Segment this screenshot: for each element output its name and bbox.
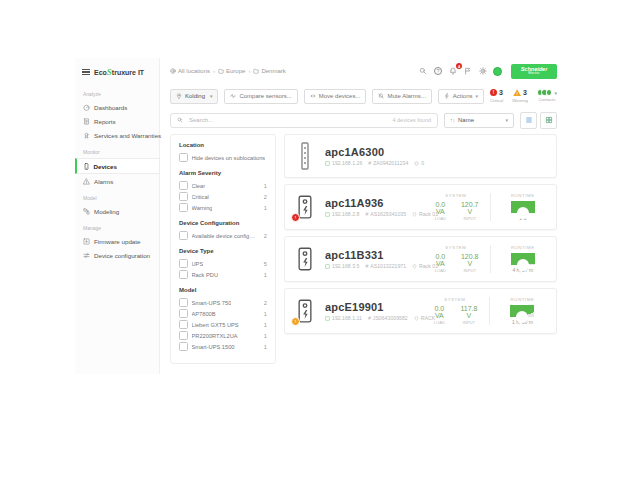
sidebar-item-firmware-update[interactable]: Firmware update xyxy=(75,234,159,248)
checkbox[interactable] xyxy=(179,298,188,307)
sidebar-item-devices[interactable]: Devices xyxy=(75,158,160,174)
sidebar-item-label: Devices xyxy=(94,163,117,170)
user-avatar[interactable] xyxy=(493,67,502,76)
filter-group-alarm-severity: Alarm Severity Clear1 Critical2 Warning1 xyxy=(179,170,267,213)
device-name: apc11A936 xyxy=(325,197,431,209)
checkbox[interactable] xyxy=(179,259,188,268)
filter-option-label: Smart-UPS 750 xyxy=(192,300,232,306)
network-icon xyxy=(325,264,330,269)
checkbox[interactable] xyxy=(179,181,188,190)
list-view-toggle[interactable] xyxy=(520,112,537,129)
sidebar-item-device-configuration[interactable]: Device configuration xyxy=(75,248,159,262)
checkbox[interactable] xyxy=(179,203,188,212)
device-card-apcE19901[interactable]: ! apcE19901 192.168.1.11 #JS0643009582 R… xyxy=(284,288,557,334)
checkbox[interactable] xyxy=(179,231,188,240)
device-location: 0 xyxy=(421,160,424,166)
device-name: apc1A6300 xyxy=(325,146,424,158)
services-icon xyxy=(83,132,90,139)
contacts-status[interactable]: ▾ Contacts xyxy=(537,89,557,102)
checkbox[interactable] xyxy=(179,153,188,162)
breadcrumb-all-locations[interactable]: All locations xyxy=(170,68,210,74)
filter-option[interactable]: Smart-UPS 7502 xyxy=(179,297,267,308)
rack-pdu-icon xyxy=(295,142,315,170)
device-info: apcE19901 192.168.1.11 #JS0643009582 RAC… xyxy=(325,301,430,322)
breadcrumb-europe[interactable]: Europe xyxy=(218,68,245,74)
checkbox[interactable] xyxy=(179,342,188,351)
filter-option[interactable]: Critical2 xyxy=(179,191,267,202)
sidebar-item-services-warranties[interactable]: Services and Warranties xyxy=(75,128,159,142)
toolbar: Kolding ▾ Compare sensors... Move device… xyxy=(170,84,557,108)
network-icon xyxy=(325,212,330,217)
filter-option[interactable]: AP7800B1 xyxy=(179,308,267,319)
location-select[interactable]: Kolding ▾ xyxy=(170,89,218,104)
schneider-electric-logo[interactable]: Schneider Electric xyxy=(511,64,557,79)
input-metric: 120.8 VINPUT xyxy=(459,253,481,274)
compare-sensors-button[interactable]: Compare sensors... xyxy=(224,89,297,104)
filter-option[interactable]: Hide devices on sublocations xyxy=(179,152,267,163)
filter-option[interactable]: UPS5 xyxy=(179,258,267,269)
checkbox[interactable] xyxy=(179,331,188,340)
filter-option-label: Warning xyxy=(192,205,213,211)
search-icon[interactable] xyxy=(418,66,428,76)
sidebar-item-reports[interactable]: Reports xyxy=(75,114,159,128)
runtime-panel: RUNTIME 1 h, 50 m xyxy=(499,297,546,325)
filter-option[interactable]: Smart-UPS 15001 xyxy=(179,341,267,352)
notifications-bell-icon[interactable]: 4 xyxy=(448,66,458,76)
logo-rest: truxure IT xyxy=(112,69,144,76)
device-card-apc11A936[interactable]: ! apc11A936 192.168.2.8 #AS1629341035 Ra… xyxy=(284,184,557,230)
ip-meta: 192.168.2.8 xyxy=(325,211,359,217)
breadcrumb-separator: › xyxy=(213,68,215,74)
filter-option[interactable]: Rack PDU1 xyxy=(179,269,267,280)
input-value: 120.7 V xyxy=(459,201,481,215)
system-panel: SYSTEM 0.0 VALOAD 120.8 VINPUT xyxy=(431,245,481,274)
serial-meta: #AS1013221971 xyxy=(365,263,406,269)
filter-option-count: 1 xyxy=(261,322,267,328)
critical-status[interactable]: ! 3 Critical xyxy=(490,89,503,103)
device-card-apc11B331[interactable]: apc11B331 192.168.3.5 #AS1013221971 Rack… xyxy=(284,236,557,282)
sidebar-item-label: Reports xyxy=(94,118,116,125)
critical-count: 3 xyxy=(499,89,503,96)
runtime-panel-title: RUNTIME xyxy=(511,245,535,250)
checkbox[interactable] xyxy=(179,320,188,329)
filter-option[interactable]: PR2200RTXL2UA1 xyxy=(179,330,267,341)
ip-meta: 192.168.1.26 xyxy=(325,160,362,166)
card-view-toggle[interactable] xyxy=(540,112,557,129)
filter-group-device-type: Device Type UPS5 Rack PDU1 xyxy=(179,248,267,280)
sidebar-item-label: Dashboards xyxy=(94,104,127,111)
filter-option-count: 1 xyxy=(261,272,267,278)
settings-gear-icon[interactable] xyxy=(478,66,488,76)
filter-option-count: 1 xyxy=(261,344,267,350)
mute-alarms-button[interactable]: Mute Alarms... xyxy=(372,89,431,104)
load-metric: 0.0 VALOAD xyxy=(430,305,449,326)
system-panel-title: SYSTEM xyxy=(430,297,480,302)
load-value: 0.0 VA xyxy=(431,253,450,267)
feedback-flag-icon[interactable] xyxy=(463,66,473,76)
runtime-panel: RUNTIME 1 d xyxy=(500,193,546,221)
filter-option[interactable]: Warning1 xyxy=(179,202,267,213)
filter-option[interactable]: Liebert GXT5 UPS1 xyxy=(179,319,267,330)
checkbox[interactable] xyxy=(179,309,188,318)
checkbox[interactable] xyxy=(179,270,188,279)
move-arrows-icon xyxy=(310,93,316,99)
search-input[interactable] xyxy=(187,116,388,124)
modeling-icon xyxy=(83,208,90,215)
contacts-dots-icon xyxy=(537,89,553,96)
filter-option[interactable]: Available device configurations2 xyxy=(179,230,267,241)
topbar-icons: ? 4 Schneider Electric xyxy=(418,64,557,79)
network-icon xyxy=(325,316,330,321)
checkbox[interactable] xyxy=(179,192,188,201)
sidebar-item-modeling[interactable]: Modeling xyxy=(75,204,159,218)
sidebar-item-alarms[interactable]: Alarms xyxy=(75,174,159,188)
device-panels: SYSTEM 0.0 VALOAD 117.8 VINPUT RUNTIME 1… xyxy=(430,297,546,326)
help-icon[interactable]: ? xyxy=(433,66,443,76)
sort-select[interactable]: ↑↓ Name ▾ xyxy=(444,113,514,128)
filter-option[interactable]: Clear1 xyxy=(179,180,267,191)
sidebar-item-dashboards[interactable]: Dashboards xyxy=(75,100,159,114)
move-devices-button[interactable]: Move devices... xyxy=(304,89,367,104)
warning-status[interactable]: ! 3 Warning xyxy=(512,89,528,103)
breadcrumb-denmark[interactable]: Denmark xyxy=(253,68,285,74)
actions-button[interactable]: Actions ▾ xyxy=(438,89,484,104)
device-panels: SYSTEM 0.0 VALOAD 120.8 VINPUT RUNTIME 4… xyxy=(431,245,546,274)
device-card-apc1A6300[interactable]: apc1A6300 192.168.1.26 #ZA0942011234 0 xyxy=(284,134,557,178)
hamburger-menu-icon[interactable] xyxy=(82,69,90,76)
